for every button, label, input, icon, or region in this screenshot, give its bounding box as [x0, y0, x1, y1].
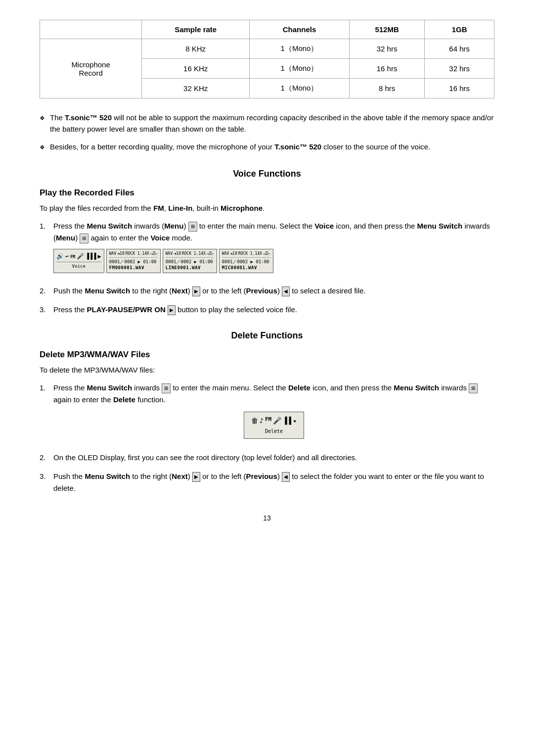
play-icon: ▶: [168, 305, 176, 315]
icon-mic: 🎤: [77, 252, 84, 261]
lcd-voice-label: Voice: [72, 263, 86, 270]
notes-section: ❖ The T.sonic™ 520 will not be able to s…: [40, 112, 494, 153]
lcd-fm-wav: WAV: [109, 251, 116, 256]
delete-step-3: 3. Push the Menu Switch to the right (Ne…: [40, 471, 494, 494]
delete-next-icon: ▶: [192, 472, 200, 482]
lcd-line-10: ◄10: [174, 251, 180, 256]
bullet-diamond-1: ❖: [40, 114, 45, 123]
menu-icon-2: ⊞: [80, 234, 89, 243]
delete-label: Delete: [265, 427, 283, 435]
delete-step-num-1: 1.: [40, 382, 53, 445]
voice-steps: 1. Press the Menu Switch inwards (Menu) …: [40, 220, 494, 316]
lcd-icons-top: 🔊 ↩ FM 🎤 ▐▐▐ ▶: [56, 252, 101, 262]
play-intro: To play the files recorded from the FM, …: [40, 204, 494, 212]
lcd-line-screen: WAV ◄10 ROCK 1.14X ◁Z▷ 0001／0002 ▶ 01:00…: [163, 249, 217, 273]
delete-icon-display: 🗑 ♪ FM 🎤 ▐▐ ✦ Delete: [244, 412, 305, 439]
del-icon-star: ✦: [293, 415, 297, 426]
lcd-mic-top: WAV ◄10 ROCK 1.14X ◁Z▷: [222, 251, 270, 258]
lcd-mic-rock: ROCK 1.14X: [238, 251, 262, 256]
col-header-512mb: 512MB: [349, 20, 425, 39]
lcd-fm-z: ◁Z▷: [150, 251, 157, 256]
row3-sample-rate: 32 KHz: [142, 79, 250, 98]
lcd-mic-time: 0001／0002 ▶ 01:00: [222, 259, 270, 265]
delete-intro: To delete the MP3/WMA/WAV files:: [40, 366, 494, 374]
recording-capacity-table: Sample rate Channels 512MB 1GB Microphon…: [40, 20, 494, 98]
lcd-mic-screen: WAV ◄10 ROCK 1.14X ◁Z▷ 0001／0002 ▶ 01:00…: [219, 249, 273, 273]
row3-1gb: 16 hrs: [425, 79, 494, 98]
delete-menu-icon-1: ⊞: [162, 383, 171, 393]
voice-step-2-content: Push the Menu Switch to the right (Next)…: [53, 285, 494, 297]
delete-step-num-2: 2.: [40, 452, 53, 464]
row2-sample-rate: 16 KHz: [142, 59, 250, 79]
delete-step-num-3: 3.: [40, 471, 53, 494]
lcd-mic-filename: MIC00001.WAV: [222, 265, 270, 271]
lcd-voice-icons: 🔊 ↩ FM 🎤 ▐▐▐ ▶ Voice: [53, 249, 104, 273]
delete-functions-title: Delete Functions: [40, 331, 494, 341]
row1-1gb: 64 hrs: [425, 39, 494, 59]
play-recorded-files-title: Play the Recorded Files: [40, 188, 494, 198]
lcd-fm-time: 0001／0002 ▶ 01:00: [109, 259, 158, 265]
row2-512mb: 16 hrs: [349, 59, 425, 79]
lcd-fm-10: ◄10: [117, 251, 124, 256]
voice-step-1-content: Press the Menu Switch inwards (Menu) ⊞ t…: [53, 220, 494, 278]
delete-steps: 1. Press the Menu Switch inwards ⊞ to en…: [40, 382, 494, 494]
lcd-line-z: ◁Z▷: [207, 251, 214, 256]
lcd-fm-top: WAV ◄10 ROCK 1.14X ◁Z▷: [109, 251, 158, 258]
lcd-line-rock: ROCK 1.14X: [182, 251, 206, 256]
del-icon-bars: ▐▐: [283, 415, 291, 426]
step-num-3: 3.: [40, 304, 53, 316]
row3-channels: 1（Mono）: [250, 79, 350, 98]
lcd-line-time: 0001／0002 ▶ 01:00: [166, 259, 214, 265]
delete-mp3-title: Delete MP3/WMA/WAV Files: [40, 350, 494, 360]
lcd-mic-wav: WAV: [222, 251, 229, 256]
lcd-screens-row: 🔊 ↩ FM 🎤 ▐▐▐ ▶ Voice WAV ◄10 ROCK 1.14X: [53, 249, 494, 273]
delete-step-2-content: On the OLED Display, first you can see t…: [53, 452, 494, 464]
row1-channels: 1（Mono）: [250, 39, 350, 59]
voice-step-3-content: Press the PLAY-PAUSE/PWR ON ▶ button to …: [53, 304, 494, 316]
delete-step-1-content: Press the Menu Switch inwards ⊞ to enter…: [53, 382, 494, 445]
voice-step-3: 3. Press the PLAY-PAUSE/PWR ON ▶ button …: [40, 304, 494, 316]
voice-step-1: 1. Press the Menu Switch inwards (Menu) …: [40, 220, 494, 278]
voice-functions-title: Voice Functions: [40, 169, 494, 179]
delete-step-2: 2. On the OLED Display, first you can se…: [40, 452, 494, 464]
icon-bars: ▐▐▐: [86, 252, 96, 261]
menu-icon-1: ⊞: [188, 222, 197, 232]
delete-step-1: 1. Press the Menu Switch inwards ⊞ to en…: [40, 382, 494, 445]
lcd-mic-z: ◁Z▷: [263, 251, 270, 256]
note-2: ❖ Besides, for a better recording qualit…: [40, 142, 494, 153]
step-num-1: 1.: [40, 220, 53, 278]
lcd-mic-10: ◄10: [230, 251, 237, 256]
lcd-line-filename: LINE0001.WAV: [166, 265, 214, 271]
delete-prev-icon: ◀: [282, 472, 290, 482]
delete-icons-row: 🗑 ♪ FM 🎤 ▐▐ ✦: [251, 415, 297, 426]
row1-512mb: 32 hrs: [349, 39, 425, 59]
icon-fm: FM: [70, 252, 75, 261]
lcd-fm-screen: WAV ◄10 ROCK 1.14X ◁Z▷ 0001／0002 ▶ 01:00…: [106, 249, 161, 273]
lcd-fm-rock: ROCK 1.14X: [126, 251, 149, 256]
note-2-text: Besides, for a better recording quality,…: [50, 142, 430, 153]
row2-channels: 1（Mono）: [250, 59, 350, 79]
delete-menu-icon-2: ⊞: [469, 383, 478, 393]
row3-512mb: 8 hrs: [349, 79, 425, 98]
delete-step-3-content: Push the Menu Switch to the right (Next)…: [53, 471, 494, 494]
row1-sample-rate: 8 KHz: [142, 39, 250, 59]
voice-step-2: 2. Push the Menu Switch to the right (Ne…: [40, 285, 494, 297]
lcd-line-top: WAV ◄10 ROCK 1.14X ◁Z▷: [166, 251, 214, 258]
row-label-microphone: MicrophoneRecord: [40, 39, 142, 98]
del-icon-fm: FM: [265, 415, 271, 426]
icon-repeat: ↩: [65, 252, 69, 261]
col-header-sample-rate: Sample rate: [142, 20, 250, 39]
note-1-text: The T.sonic™ 520 will not be able to sup…: [50, 112, 494, 135]
del-icon-music: ♪: [260, 415, 264, 426]
del-icon-mic: 🎤: [273, 415, 281, 426]
next-icon: ▶: [192, 286, 200, 296]
del-icon-trash: 🗑: [251, 415, 258, 426]
table-empty-cell: [40, 20, 142, 39]
note-1: ❖ The T.sonic™ 520 will not be able to s…: [40, 112, 494, 135]
delete-icon-display-row: 🗑 ♪ FM 🎤 ▐▐ ✦ Delete: [53, 412, 494, 439]
step-num-2: 2.: [40, 285, 53, 297]
col-header-1gb: 1GB: [425, 20, 494, 39]
bullet-diamond-2: ❖: [40, 143, 45, 152]
page-number: 13: [40, 514, 494, 522]
col-header-channels: Channels: [250, 20, 350, 39]
